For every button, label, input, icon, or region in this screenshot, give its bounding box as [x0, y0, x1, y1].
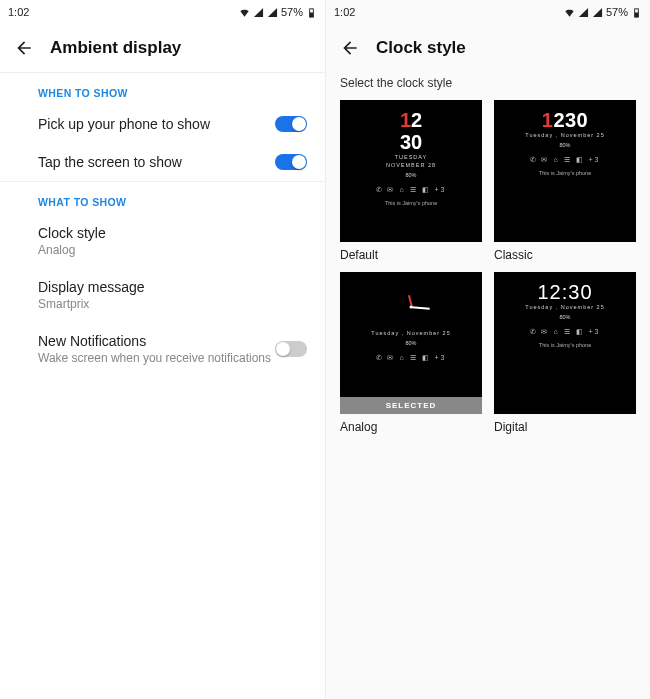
signal-icon: [267, 7, 278, 18]
setting-tap-to-show[interactable]: Tap the screen to show: [0, 143, 325, 181]
setting-label: Pick up your phone to show: [38, 116, 210, 132]
page-title: Ambient display: [50, 38, 181, 58]
tile-label: Classic: [494, 248, 636, 262]
wifi-icon: [564, 7, 575, 18]
setting-value: Smartprix: [38, 297, 145, 311]
setting-label: Clock style: [38, 225, 106, 241]
clock-style-grid: 12 30 TUESDAY NOVEMBER 28 80% ✆ ✉ ⌂ ☰ ◧ …: [326, 100, 650, 434]
preview-thumbnail: 12:30 Tuesday , November 25 80% ✆ ✉ ⌂ ☰ …: [494, 272, 636, 414]
status-bar: 1:02 57%: [326, 0, 650, 22]
signal-icon: [578, 7, 589, 18]
app-bar: Clock style: [326, 22, 650, 68]
setting-label: New Notifications: [38, 333, 271, 349]
svg-rect-1: [310, 12, 314, 17]
toggle-switch[interactable]: [275, 154, 307, 170]
setting-pickup-to-show[interactable]: Pick up your phone to show: [0, 105, 325, 143]
status-icons: 57%: [239, 6, 317, 18]
tile-label: Digital: [494, 420, 636, 434]
signal-icon: [253, 7, 264, 18]
section-when-to-show: WHEN TO SHOW: [0, 73, 325, 105]
app-bar: Ambient display: [0, 22, 325, 72]
settings-clock-style-screen: 1:02 57% Clock style Select the clock st…: [325, 0, 650, 699]
status-icons: 57%: [564, 6, 642, 18]
battery-icon: [306, 7, 317, 18]
preview-thumbnail: Tuesday , November 25 80% ✆ ✉ ⌂ ☰ ◧ +3 S…: [340, 272, 482, 414]
clock-style-option-default[interactable]: 12 30 TUESDAY NOVEMBER 28 80% ✆ ✉ ⌂ ☰ ◧ …: [340, 100, 482, 262]
setting-new-notifications[interactable]: New Notifications Wake screen when you r…: [0, 322, 325, 376]
setting-clock-style[interactable]: Clock style Analog: [0, 214, 325, 268]
clock-style-option-analog[interactable]: Tuesday , November 25 80% ✆ ✉ ⌂ ☰ ◧ +3 S…: [340, 272, 482, 434]
settings-ambient-display-screen: 1:02 57% Ambient display WHEN TO SHOW Pi…: [0, 0, 325, 699]
svg-rect-3: [635, 12, 639, 17]
setting-display-message[interactable]: Display message Smartprix: [0, 268, 325, 322]
status-battery: 57%: [606, 6, 628, 18]
prompt-text: Select the clock style: [326, 68, 650, 100]
preview-thumbnail: 1230 Tuesday , November 25 80% ✆ ✉ ⌂ ☰ ◧…: [494, 100, 636, 242]
tile-label: Analog: [340, 420, 482, 434]
clock-style-option-digital[interactable]: 12:30 Tuesday , November 25 80% ✆ ✉ ⌂ ☰ …: [494, 272, 636, 434]
setting-value: Analog: [38, 243, 106, 257]
status-battery: 57%: [281, 6, 303, 18]
toggle-switch[interactable]: [275, 341, 307, 357]
wifi-icon: [239, 7, 250, 18]
setting-label: Display message: [38, 279, 145, 295]
analog-clock-icon: [390, 286, 432, 328]
toggle-switch[interactable]: [275, 116, 307, 132]
status-time: 1:02: [334, 6, 355, 18]
status-time: 1:02: [8, 6, 29, 18]
setting-description: Wake screen when you receive notificatio…: [38, 351, 271, 365]
status-bar: 1:02 57%: [0, 0, 325, 22]
selected-indicator: SELECTED: [340, 397, 482, 414]
section-what-to-show: WHAT TO SHOW: [0, 182, 325, 214]
page-title: Clock style: [376, 38, 466, 58]
tile-label: Default: [340, 248, 482, 262]
clock-style-option-classic[interactable]: 1230 Tuesday , November 25 80% ✆ ✉ ⌂ ☰ ◧…: [494, 100, 636, 262]
back-icon[interactable]: [340, 38, 360, 58]
setting-label: Tap the screen to show: [38, 154, 182, 170]
signal-icon: [592, 7, 603, 18]
back-icon[interactable]: [14, 38, 34, 58]
preview-thumbnail: 12 30 TUESDAY NOVEMBER 28 80% ✆ ✉ ⌂ ☰ ◧ …: [340, 100, 482, 242]
battery-icon: [631, 7, 642, 18]
